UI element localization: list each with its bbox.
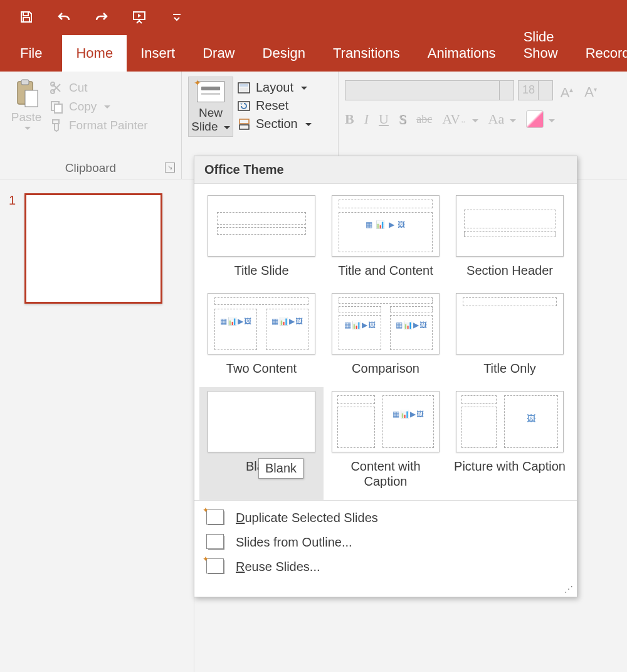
new-slide-label: New Slide: [190, 106, 231, 134]
layout-thumbnail: 🖼: [456, 391, 564, 452]
slide-number: 1: [9, 193, 16, 208]
new-slide-icon: ✦: [197, 81, 224, 102]
paintbrush-icon: [49, 118, 64, 133]
svg-rect-2: [21, 80, 29, 85]
layout-thumbnail: [456, 195, 564, 257]
menu-label: Duplicate Selected Slides: [236, 511, 378, 525]
reuse-slides-item[interactable]: ✦ Reuse Slides...: [194, 555, 577, 579]
group-label-clipboard: Clipboard: [0, 161, 181, 175]
layout-label: Title and Content: [329, 263, 443, 278]
layout-label: Section Header: [453, 263, 567, 278]
tab-record[interactable]: Record: [572, 35, 627, 72]
layout-label: Picture with Caption: [453, 459, 567, 474]
chevron-down-icon: [102, 101, 110, 112]
new-slide-button[interactable]: ✦ New Slide: [188, 77, 233, 137]
save-button[interactable]: [18, 8, 35, 26]
layout-section-header[interactable]: Section Header: [448, 191, 572, 289]
layout-thumbnail: [208, 391, 315, 452]
new-slide-gallery: Office Theme Title Slide ▦ 📊 ▶ 🖼 Title a…: [194, 156, 577, 597]
format-painter-label: Format Painter: [69, 119, 148, 132]
font-size-selector[interactable]: 18: [518, 80, 553, 100]
underline-button[interactable]: U: [379, 111, 389, 127]
svg-rect-7: [55, 104, 62, 113]
layout-label: Content with Caption: [329, 459, 443, 489]
layout-label: Layout: [256, 80, 293, 95]
decrease-font-button[interactable]: A▾: [581, 80, 601, 100]
chevron-down-icon: [169, 9, 184, 24]
tab-design[interactable]: Design: [249, 35, 319, 72]
duplicate-slides-item[interactable]: ✦ Duplicate Selected Slides: [194, 506, 577, 530]
slide-thumbnail: [24, 193, 162, 304]
menu-label: Slides from Outline...: [236, 535, 352, 550]
copy-label: Copy: [69, 100, 97, 114]
layout-thumbnail: ▦📊▶🖼 ▦📊▶🖼: [332, 293, 440, 355]
char-spacing-button[interactable]: AV↔: [442, 111, 478, 127]
tab-home[interactable]: Home: [62, 35, 127, 72]
layout-label: Two Content: [204, 361, 319, 376]
slide-thumbnails-pane: 1: [0, 179, 194, 672]
layout-picture-caption[interactable]: 🖼 Picture with Caption: [448, 387, 572, 500]
group-clipboard: Paste Cut Copy Format Painter Cli: [0, 72, 182, 179]
copy-button[interactable]: Copy: [49, 99, 148, 114]
svg-rect-9: [240, 84, 248, 87]
undo-button[interactable]: [55, 8, 73, 26]
font-name-selector[interactable]: [345, 80, 514, 100]
thumbnail-slide-1[interactable]: 1: [9, 193, 185, 304]
change-case-button[interactable]: Aa: [488, 111, 517, 127]
duplicate-icon: ✦: [208, 511, 224, 525]
reset-button[interactable]: Reset: [237, 99, 312, 113]
reuse-icon: ✦: [208, 560, 224, 574]
layout-title-slide[interactable]: Title Slide: [199, 191, 324, 289]
resize-grip[interactable]: ⋰: [194, 584, 577, 597]
increase-font-button[interactable]: A▴: [557, 80, 577, 100]
svg-rect-10: [240, 88, 248, 92]
menu-label: Reuse Slides...: [236, 560, 320, 574]
redo-icon: [94, 9, 109, 24]
clipboard-launcher[interactable]: ↘: [165, 163, 175, 173]
bold-button[interactable]: B: [345, 111, 354, 127]
clear-formatting-button[interactable]: [526, 110, 555, 128]
section-icon: [237, 117, 251, 131]
start-slideshow-button[interactable]: [130, 8, 148, 26]
shadow-button[interactable]: S: [399, 111, 406, 127]
paste-label: Paste: [11, 110, 42, 124]
reset-icon: [237, 99, 251, 113]
redo-button[interactable]: [93, 8, 110, 26]
layout-title-only[interactable]: Title Only: [448, 289, 572, 387]
tab-slideshow[interactable]: Slide Show: [510, 19, 572, 72]
layout-two-content[interactable]: ▦📊▶🖼 ▦📊▶🖼 Two Content: [199, 289, 324, 387]
layout-title-content[interactable]: ▦ 📊 ▶ 🖼 Title and Content: [324, 191, 448, 289]
tab-file[interactable]: File: [0, 35, 62, 72]
section-button[interactable]: Section: [237, 117, 312, 131]
svg-rect-3: [25, 90, 38, 107]
tooltip: Blank: [258, 458, 303, 479]
strikethrough-button[interactable]: abc: [416, 113, 432, 126]
layout-content-caption[interactable]: ▦📊▶🖼 Content with Caption: [324, 387, 448, 500]
clipboard-icon: [14, 79, 39, 108]
tab-draw[interactable]: Draw: [189, 35, 248, 72]
gallery-menu: ✦ Duplicate Selected Slides Slides from …: [194, 500, 577, 584]
layout-label: Title Only: [453, 361, 567, 376]
layout-blank[interactable]: Blank: [199, 387, 324, 500]
tab-insert[interactable]: Insert: [127, 35, 189, 72]
cut-label: Cut: [69, 81, 88, 95]
customize-qat-button[interactable]: [168, 8, 186, 26]
layout-comparison[interactable]: ▦📊▶🖼 ▦📊▶🖼 Comparison: [324, 289, 448, 387]
layout-thumbnail: ▦📊▶🖼 ▦📊▶🖼: [208, 293, 315, 355]
cut-button[interactable]: Cut: [49, 80, 148, 95]
copy-icon: [49, 99, 64, 114]
scissors-icon: [49, 80, 64, 95]
section-label: Section: [256, 117, 298, 131]
format-painter-button[interactable]: Format Painter: [49, 118, 148, 133]
layout-label: Title Slide: [204, 263, 319, 278]
slides-from-outline-item[interactable]: Slides from Outline...: [194, 530, 577, 555]
italic-button[interactable]: I: [364, 111, 369, 127]
layout-button[interactable]: Layout: [237, 80, 312, 95]
eraser-icon: [526, 110, 544, 128]
tab-transitions[interactable]: Transitions: [319, 35, 414, 72]
layout-thumbnail: ▦ 📊 ▶ 🖼: [332, 195, 440, 257]
tab-animations[interactable]: Animations: [414, 35, 510, 72]
chevron-down-icon: [298, 82, 307, 93]
paste-button[interactable]: Paste: [6, 77, 46, 133]
svg-rect-13: [240, 125, 249, 129]
